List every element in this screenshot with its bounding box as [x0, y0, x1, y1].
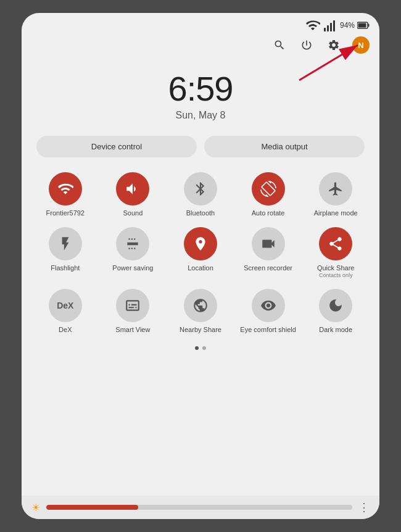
qs-autorotate[interactable]: Auto rotate: [237, 172, 300, 217]
brightness-track[interactable]: [46, 505, 352, 510]
qs-airplane-icon: [319, 172, 352, 206]
clock-time: 6:59: [168, 69, 233, 109]
qs-quickshare-label: Quick Share: [317, 264, 355, 272]
control-buttons: Device control Media output: [22, 136, 379, 172]
clock-date: Sun, May 8: [176, 110, 226, 121]
qs-autorotate-icon: [252, 172, 285, 206]
brightness-icon: ☀: [31, 502, 40, 513]
qs-wifi-icon: [49, 172, 82, 206]
svg-rect-6: [358, 23, 366, 28]
qs-airplane-label: Airplane mode: [314, 209, 358, 217]
qs-nearbyshare-label: Nearby Share: [180, 326, 221, 334]
qs-screenrecorder[interactable]: Screen recorder: [237, 227, 300, 279]
qs-dex[interactable]: DeX DeX: [34, 289, 97, 334]
svg-rect-0: [324, 28, 326, 31]
qs-screenrecorder-icon: [252, 227, 285, 260]
svg-rect-2: [330, 23, 332, 31]
qs-quickshare-sublabel: Contacts only: [319, 272, 353, 279]
svg-rect-1: [327, 25, 329, 31]
qs-dex-label: DeX: [59, 326, 72, 334]
search-button[interactable]: [271, 36, 288, 54]
qs-wifi[interactable]: Frontier5792: [34, 172, 97, 217]
qs-darkmode-icon: [319, 289, 352, 322]
qs-eyecomfort-label: Eye comfort shield: [240, 326, 296, 334]
qs-quickshare[interactable]: Quick Share Contacts only: [304, 227, 367, 279]
qs-smartview-icon: [116, 289, 149, 322]
qs-eyecomfort-icon: [252, 289, 285, 322]
qs-darkmode[interactable]: Dark mode: [304, 289, 367, 334]
qs-powersaving[interactable]: Power saving: [102, 227, 165, 279]
qs-darkmode-label: Dark mode: [319, 326, 352, 334]
qs-location[interactable]: Location: [169, 227, 232, 279]
qs-autorotate-label: Auto rotate: [252, 209, 285, 217]
qs-quickshare-icon: [319, 227, 352, 260]
qs-screenrecorder-label: Screen recorder: [244, 264, 292, 272]
svg-rect-5: [368, 24, 370, 27]
brightness-bar[interactable]: ☀ ⋮: [22, 496, 379, 519]
qs-bluetooth[interactable]: Bluetooth: [169, 172, 232, 217]
qs-nearbyshare-icon: [184, 289, 217, 322]
svg-rect-3: [333, 20, 335, 31]
battery-icon: [357, 22, 370, 29]
user-avatar[interactable]: N: [352, 36, 370, 54]
media-output-button[interactable]: Media output: [204, 136, 365, 157]
power-button[interactable]: [298, 36, 315, 54]
dot-1: [195, 346, 199, 350]
status-bar: 94%: [22, 13, 379, 35]
qs-flashlight[interactable]: Flashlight: [34, 227, 97, 279]
qs-bluetooth-icon: [184, 172, 217, 206]
qs-dex-icon: DeX: [49, 289, 82, 322]
qs-powersaving-icon: [116, 227, 149, 260]
device-control-button[interactable]: Device control: [36, 136, 197, 157]
clock-section: 6:59 Sun, May 8: [22, 59, 379, 136]
settings-button[interactable]: [325, 36, 342, 54]
qs-sound[interactable]: Sound: [102, 172, 165, 217]
qs-location-icon: [184, 227, 217, 260]
qs-location-label: Location: [188, 264, 213, 272]
qs-flashlight-label: Flashlight: [51, 264, 80, 272]
qs-nearbyshare[interactable]: Nearby Share: [169, 289, 232, 334]
signal-icon: [323, 18, 337, 33]
page-dots: [22, 334, 379, 357]
qs-eyecomfort[interactable]: Eye comfort shield: [237, 289, 300, 334]
battery-percent: 94%: [340, 21, 355, 30]
qs-flashlight-icon: [49, 227, 82, 260]
brightness-more-button[interactable]: ⋮: [358, 501, 370, 514]
status-icons: 94%: [305, 18, 370, 33]
qs-bluetooth-label: Bluetooth: [186, 209, 215, 217]
qs-powersaving-label: Power saving: [112, 264, 153, 272]
top-actions-bar: N: [22, 35, 379, 59]
qs-wifi-label: Frontier5792: [46, 209, 85, 217]
dot-2: [202, 346, 206, 350]
qs-airplane[interactable]: Airplane mode: [304, 172, 367, 217]
qs-sound-label: Sound: [123, 209, 143, 217]
brightness-fill: [46, 505, 138, 510]
qs-smartview[interactable]: Smart View: [102, 289, 165, 334]
quick-settings-grid: Frontier5792 Sound Bluetooth Auto rotate: [22, 172, 379, 334]
device-frame: 94%: [22, 13, 379, 519]
qs-smartview-label: Smart View: [115, 326, 150, 334]
wifi-icon: [305, 18, 320, 33]
qs-sound-icon: [116, 172, 149, 206]
